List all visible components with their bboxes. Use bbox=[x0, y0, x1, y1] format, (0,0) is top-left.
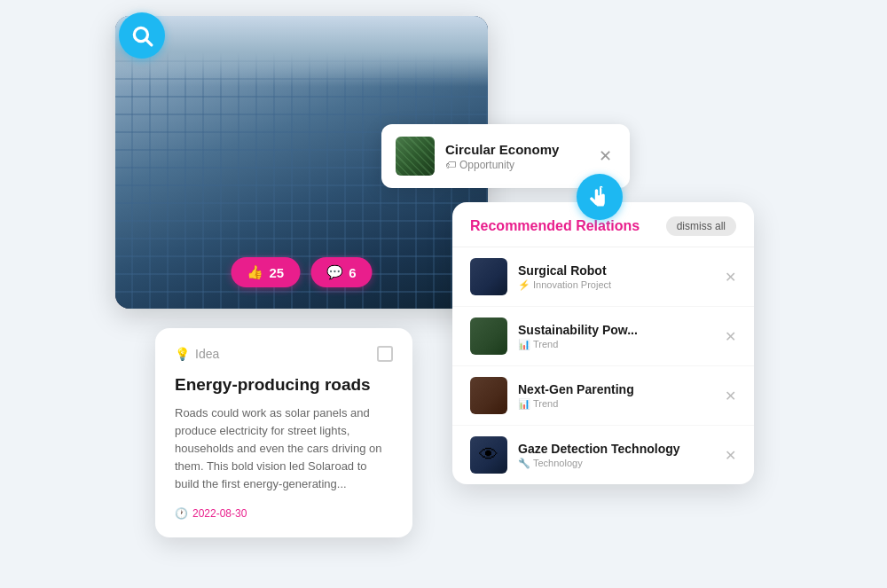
surgical-robot-thumbnail bbox=[470, 258, 507, 295]
gaze-dismiss-button[interactable]: ✕ bbox=[725, 447, 736, 464]
surgical-robot-name: Surgical Robot bbox=[518, 263, 714, 278]
engagement-badges: 👍 25 💬 6 bbox=[231, 257, 372, 287]
gaze-name: Gaze Detection Technology bbox=[518, 442, 714, 456]
bulb-icon: 💡 bbox=[175, 347, 190, 361]
sustainability-info: Sustainability Pow... 📊 Trend bbox=[518, 323, 714, 350]
parenting-dismiss-button[interactable]: ✕ bbox=[725, 388, 736, 404]
idea-title: Energy-producing roads bbox=[175, 374, 393, 396]
idea-description: Roads could work as solar panels and pro… bbox=[175, 404, 393, 494]
parenting-thumbnail bbox=[470, 377, 507, 414]
circular-economy-info: Circular Economy 🏷 Opportunity bbox=[445, 142, 585, 171]
relation-item-sustainability: Sustainability Pow... 📊 Trend ✕ bbox=[452, 307, 754, 366]
sustainability-thumbnail bbox=[470, 318, 507, 355]
tech-icon: 🔧 bbox=[518, 458, 530, 469]
trend-icon-2: 📊 bbox=[518, 398, 530, 410]
comments-badge[interactable]: 💬 6 bbox=[310, 257, 372, 287]
likes-badge[interactable]: 👍 25 bbox=[231, 257, 300, 287]
idea-checkbox[interactable] bbox=[377, 346, 393, 362]
sustainability-name: Sustainability Pow... bbox=[518, 323, 714, 337]
search-button[interactable] bbox=[119, 12, 165, 59]
opportunity-icon: 🏷 bbox=[445, 159, 456, 171]
like-icon: 👍 bbox=[247, 264, 263, 280]
circular-economy-type: 🏷 Opportunity bbox=[445, 159, 585, 171]
idea-date: 🕐 2022-08-30 bbox=[175, 507, 393, 520]
clock-icon: 🕐 bbox=[175, 507, 188, 520]
recommended-title: Recommended Relations bbox=[470, 218, 640, 234]
idea-card: 💡 Idea Energy-producing roads Roads coul… bbox=[155, 328, 412, 537]
gaze-type: 🔧 Technology bbox=[518, 458, 714, 469]
svg-line-1 bbox=[146, 40, 152, 45]
relation-item-parenting: Next-Gen Parenting 📊 Trend ✕ bbox=[452, 366, 754, 426]
surgical-robot-dismiss-button[interactable]: ✕ bbox=[725, 269, 736, 286]
sustainability-type: 📊 Trend bbox=[518, 339, 714, 350]
dismiss-all-button[interactable]: dismiss all bbox=[666, 216, 736, 236]
idea-type-label: 💡 Idea bbox=[175, 347, 219, 361]
parenting-info: Next-Gen Parenting 📊 Trend bbox=[518, 382, 714, 410]
sustainability-dismiss-button[interactable]: ✕ bbox=[725, 328, 736, 345]
idea-header: 💡 Idea bbox=[175, 346, 393, 362]
surgical-robot-info: Surgical Robot ⚡ Innovation Project bbox=[518, 263, 714, 291]
relation-item-surgical-robot: Surgical Robot ⚡ Innovation Project ✕ bbox=[452, 247, 754, 307]
parenting-type: 📊 Trend bbox=[518, 398, 714, 410]
comment-icon: 💬 bbox=[326, 264, 343, 280]
relation-item-gaze: 👁 Gaze Detection Technology 🔧 Technology… bbox=[452, 426, 754, 484]
innovation-icon: ⚡ bbox=[518, 279, 530, 291]
gaze-thumbnail: 👁 bbox=[470, 436, 507, 474]
hand-cursor-icon bbox=[577, 174, 623, 220]
circular-economy-close-button[interactable]: ✕ bbox=[595, 145, 616, 168]
recommended-relations-panel: Recommended Relations dismiss all Surgic… bbox=[452, 202, 754, 484]
like-count: 25 bbox=[269, 265, 284, 280]
comment-count: 6 bbox=[349, 265, 356, 280]
surgical-robot-type: ⚡ Innovation Project bbox=[518, 279, 714, 291]
parenting-name: Next-Gen Parenting bbox=[518, 382, 714, 396]
gaze-info: Gaze Detection Technology 🔧 Technology bbox=[518, 442, 714, 469]
trend-icon-1: 📊 bbox=[518, 339, 530, 350]
circular-economy-thumbnail bbox=[396, 137, 435, 176]
circular-economy-title: Circular Economy bbox=[445, 142, 585, 157]
